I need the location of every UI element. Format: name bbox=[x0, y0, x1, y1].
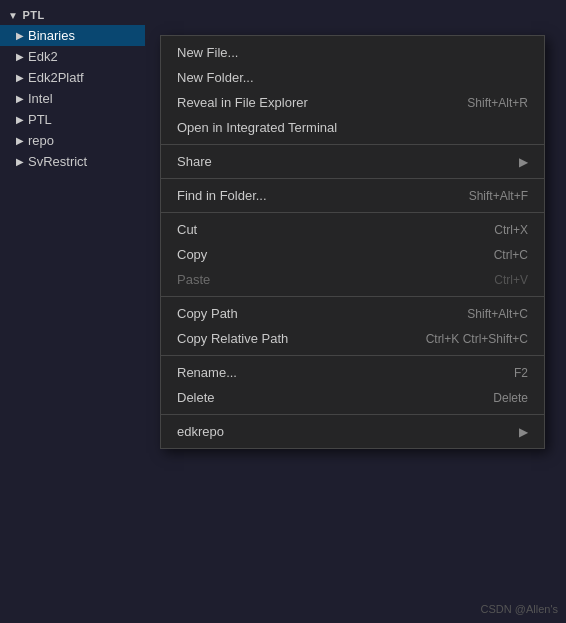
sidebar-title-text: PTL bbox=[22, 9, 44, 21]
sidebar-item-label: Edk2Platf bbox=[28, 70, 84, 85]
shortcut-label: Shift+Alt+C bbox=[467, 307, 528, 321]
sidebar-item-label: Intel bbox=[28, 91, 53, 106]
menu-item-copy-path[interactable]: Copy PathShift+Alt+C bbox=[161, 301, 544, 326]
sidebar-item-edk2[interactable]: ▶ Edk2 bbox=[0, 46, 145, 67]
menu-divider bbox=[161, 144, 544, 145]
menu-item-open-terminal[interactable]: Open in Integrated Terminal bbox=[161, 115, 544, 140]
sidebar-item-repo[interactable]: ▶ repo bbox=[0, 130, 145, 151]
menu-item-label: Copy bbox=[177, 247, 470, 262]
sidebar-item-ptl[interactable]: ▶ PTL bbox=[0, 109, 145, 130]
context-menu: New File...New Folder...Reveal in File E… bbox=[160, 35, 545, 449]
menu-item-paste: PasteCtrl+V bbox=[161, 267, 544, 292]
sidebar-item-label: PTL bbox=[28, 112, 52, 127]
menu-item-label: Copy Path bbox=[177, 306, 443, 321]
menu-item-label: Open in Integrated Terminal bbox=[177, 120, 528, 135]
sidebar-item-binaries[interactable]: ▶ Binaries bbox=[0, 25, 145, 46]
menu-item-label: Cut bbox=[177, 222, 470, 237]
menu-item-new-folder[interactable]: New Folder... bbox=[161, 65, 544, 90]
submenu-arrow: ▶ bbox=[519, 155, 528, 169]
menu-divider bbox=[161, 178, 544, 179]
menu-item-new-file[interactable]: New File... bbox=[161, 40, 544, 65]
sidebar-item-svrestrict[interactable]: ▶ SvRestrict bbox=[0, 151, 145, 172]
item-chevron: ▶ bbox=[16, 30, 24, 41]
menu-item-copy-relative-path[interactable]: Copy Relative PathCtrl+K Ctrl+Shift+C bbox=[161, 326, 544, 351]
menu-item-delete[interactable]: DeleteDelete bbox=[161, 385, 544, 410]
shortcut-label: F2 bbox=[514, 366, 528, 380]
menu-item-label: New Folder... bbox=[177, 70, 528, 85]
sidebar-item-label: Binaries bbox=[28, 28, 75, 43]
sidebar-item-intel[interactable]: ▶ Intel bbox=[0, 88, 145, 109]
item-chevron: ▶ bbox=[16, 135, 24, 146]
submenu-arrow: ▶ bbox=[519, 425, 528, 439]
menu-item-find-folder[interactable]: Find in Folder...Shift+Alt+F bbox=[161, 183, 544, 208]
menu-item-share[interactable]: Share▶ bbox=[161, 149, 544, 174]
menu-divider bbox=[161, 296, 544, 297]
menu-divider bbox=[161, 414, 544, 415]
sidebar: ▼ PTL ▶ Binaries▶ Edk2▶ Edk2Platf▶ Intel… bbox=[0, 0, 145, 623]
sidebar-title: ▼ PTL bbox=[0, 5, 145, 25]
shortcut-label: Shift+Alt+F bbox=[469, 189, 528, 203]
shortcut-label: Delete bbox=[493, 391, 528, 405]
item-chevron: ▶ bbox=[16, 114, 24, 125]
menu-divider bbox=[161, 212, 544, 213]
item-chevron: ▶ bbox=[16, 93, 24, 104]
menu-item-rename[interactable]: Rename...F2 bbox=[161, 360, 544, 385]
menu-item-label: Reveal in File Explorer bbox=[177, 95, 443, 110]
sidebar-chevron: ▼ bbox=[8, 10, 18, 21]
menu-item-label: Copy Relative Path bbox=[177, 331, 402, 346]
sidebar-item-label: repo bbox=[28, 133, 54, 148]
menu-item-cut[interactable]: CutCtrl+X bbox=[161, 217, 544, 242]
menu-item-copy[interactable]: CopyCtrl+C bbox=[161, 242, 544, 267]
menu-item-label: Share bbox=[177, 154, 511, 169]
menu-item-label: Find in Folder... bbox=[177, 188, 445, 203]
shortcut-label: Ctrl+C bbox=[494, 248, 528, 262]
menu-divider bbox=[161, 355, 544, 356]
item-chevron: ▶ bbox=[16, 51, 24, 62]
sidebar-item-label: Edk2 bbox=[28, 49, 58, 64]
menu-item-label: edkrepo bbox=[177, 424, 511, 439]
shortcut-label: Ctrl+V bbox=[494, 273, 528, 287]
menu-item-label: Paste bbox=[177, 272, 470, 287]
shortcut-label: Shift+Alt+R bbox=[467, 96, 528, 110]
menu-item-reveal-explorer[interactable]: Reveal in File ExplorerShift+Alt+R bbox=[161, 90, 544, 115]
sidebar-item-label: SvRestrict bbox=[28, 154, 87, 169]
menu-item-edkrepo[interactable]: edkrepo▶ bbox=[161, 419, 544, 444]
item-chevron: ▶ bbox=[16, 156, 24, 167]
shortcut-label: Ctrl+K Ctrl+Shift+C bbox=[426, 332, 528, 346]
menu-item-label: Rename... bbox=[177, 365, 490, 380]
attribution: CSDN @Allen's bbox=[481, 603, 558, 615]
menu-item-label: New File... bbox=[177, 45, 528, 60]
menu-item-label: Delete bbox=[177, 390, 469, 405]
shortcut-label: Ctrl+X bbox=[494, 223, 528, 237]
sidebar-item-edk2platf[interactable]: ▶ Edk2Platf bbox=[0, 67, 145, 88]
item-chevron: ▶ bbox=[16, 72, 24, 83]
